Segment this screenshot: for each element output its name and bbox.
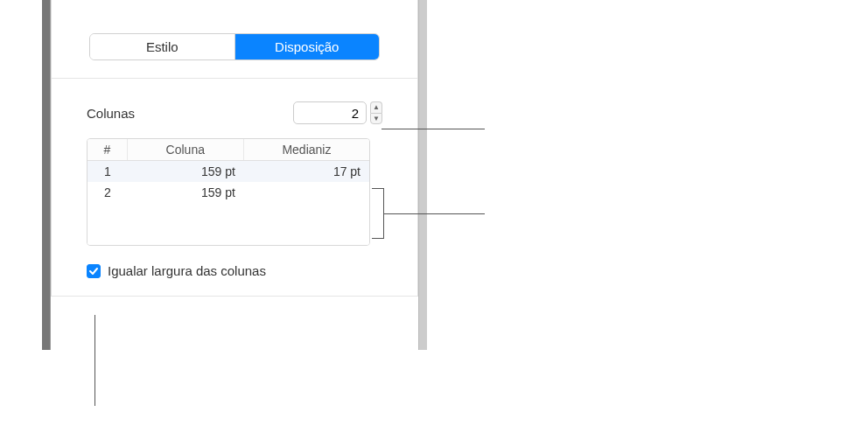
table-row[interactable]: 2 159 pt bbox=[88, 182, 369, 203]
callout-line bbox=[382, 129, 485, 129]
table-row[interactable]: 1 159 pt 17 pt bbox=[88, 161, 369, 182]
cell-gutter[interactable]: 17 pt bbox=[244, 161, 369, 182]
stepper-down-icon[interactable]: ▼ bbox=[370, 113, 382, 124]
stepper-up-icon[interactable]: ▲ bbox=[370, 101, 382, 113]
cell-column[interactable]: 159 pt bbox=[128, 182, 244, 203]
table-empty-space bbox=[88, 203, 369, 245]
checkmark-icon bbox=[88, 266, 99, 276]
columns-label: Colunas bbox=[87, 106, 135, 121]
callout-bracket bbox=[372, 188, 384, 239]
columns-section: Colunas ▲ ▼ # Coluna Medianiz 1 159 pt 1… bbox=[52, 79, 417, 297]
header-gutter: Medianiz bbox=[244, 139, 369, 160]
columns-count-control: ▲ ▼ bbox=[293, 101, 382, 124]
cell-column[interactable]: 159 pt bbox=[128, 161, 244, 182]
table-header: # Coluna Medianiz bbox=[88, 139, 369, 161]
table-body: 1 159 pt 17 pt 2 159 pt bbox=[88, 161, 369, 245]
equal-width-label: Igualar largura das colunas bbox=[108, 263, 266, 278]
columns-count-input[interactable] bbox=[293, 101, 367, 124]
tab-layout[interactable]: Disposição bbox=[235, 34, 380, 59]
equal-width-checkbox[interactable] bbox=[87, 264, 101, 278]
segmented-control: Estilo Disposição bbox=[89, 33, 380, 60]
panel-left-edge bbox=[42, 0, 51, 350]
cell-gutter[interactable] bbox=[244, 182, 369, 203]
columns-table: # Coluna Medianiz 1 159 pt 17 pt 2 159 p… bbox=[87, 138, 370, 246]
callout-line bbox=[384, 213, 485, 214]
format-panel: Estilo Disposição Colunas ▲ ▼ # Coluna M… bbox=[51, 0, 418, 297]
header-num: # bbox=[88, 139, 128, 160]
columns-count-row: Colunas ▲ ▼ bbox=[87, 101, 382, 124]
callout-line bbox=[94, 315, 95, 406]
tab-style[interactable]: Estilo bbox=[90, 34, 235, 59]
cell-num: 1 bbox=[88, 161, 128, 182]
equal-width-row: Igualar largura das colunas bbox=[87, 263, 382, 278]
header-column: Coluna bbox=[128, 139, 244, 160]
cell-num: 2 bbox=[88, 182, 128, 203]
panel-right-edge bbox=[418, 0, 427, 350]
columns-count-stepper: ▲ ▼ bbox=[370, 101, 382, 124]
tabs-row: Estilo Disposição bbox=[52, 0, 417, 79]
